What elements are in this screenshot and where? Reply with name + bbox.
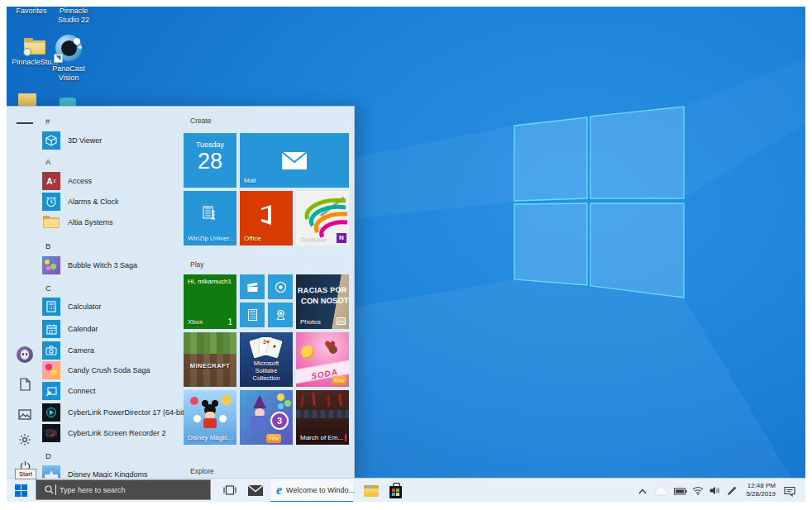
mail-envelope-icon xyxy=(248,485,263,496)
store-bag-icon xyxy=(389,486,402,498)
folder-icon xyxy=(42,213,60,231)
candy-crush-icon xyxy=(42,361,60,379)
start-tooltip: Start xyxy=(15,469,36,479)
screen-recorder-icon xyxy=(42,424,60,442)
windows-desktop: Favorites Pinnacle Studio 22 PinnacleStu… xyxy=(7,7,805,502)
applist-section-hash[interactable]: # xyxy=(45,116,70,127)
tile-bubble-witch-3[interactable]: 3 King xyxy=(240,390,293,445)
action-center-icon xyxy=(784,486,795,497)
tile-onenote[interactable]: OneNote N xyxy=(296,191,349,245)
shortcut-arrow-badge: ◥ xyxy=(54,54,63,63)
microsoft-store-button[interactable] xyxy=(387,481,404,501)
pictures-icon xyxy=(18,409,31,420)
powerdirector-icon xyxy=(42,403,60,422)
tile-groove-music[interactable] xyxy=(268,274,293,299)
cloud-icon xyxy=(654,487,668,496)
tile-winzip-universal[interactable]: WinZip Univer... xyxy=(184,191,236,245)
gear-icon xyxy=(18,433,31,446)
tile-office[interactable]: Office xyxy=(240,191,293,245)
windows-logo-icon xyxy=(15,484,27,497)
file-explorer-icon xyxy=(364,485,379,497)
tile-maps[interactable] xyxy=(268,303,293,327)
desktop-icon-pinnacle-studio-22[interactable]: Pinnacle Studio 22 xyxy=(50,7,98,25)
documents-button[interactable] xyxy=(17,376,33,393)
desktop-icon-partial[interactable] xyxy=(60,98,76,106)
taskbar-search[interactable] xyxy=(36,479,211,500)
settings-button[interactable] xyxy=(17,431,33,448)
task-view-icon xyxy=(223,484,236,496)
tile-movies-tv[interactable] xyxy=(240,274,265,299)
applist-section-a[interactable]: A xyxy=(45,156,70,168)
task-view-button[interactable] xyxy=(222,483,238,498)
march-label-row: March of Em... xyxy=(300,434,346,441)
tile-minecraft[interactable]: MINECRAFT xyxy=(184,332,236,387)
clock-date: 5/28/2019 xyxy=(734,490,776,498)
search-input[interactable] xyxy=(58,485,193,495)
taskbar-task-edge[interactable]: e Welcome to Windo... xyxy=(270,479,353,502)
tile-candy-crush-soda[interactable]: ♥ SODA King xyxy=(296,332,349,387)
desktop-icon-panacast-vision[interactable]: ◥ PanaCast Vision xyxy=(46,35,91,53)
edge-icon: e xyxy=(276,484,282,497)
wifi-tray-button[interactable] xyxy=(691,485,705,496)
groove-music-icon xyxy=(275,281,287,293)
taskbar: e Welcome to Windo... xyxy=(7,478,805,502)
taskbar-clock[interactable]: 12:48 PM 5/28/2019 xyxy=(734,482,776,498)
tile-march-of-empires[interactable]: March of Em... xyxy=(296,390,349,445)
tile-calendar[interactable]: Tuesday 28 xyxy=(184,133,236,188)
volume-tray-button[interactable] xyxy=(709,485,721,496)
desktop-icon-partial-folder[interactable] xyxy=(18,93,36,106)
calculator-icon xyxy=(248,309,257,321)
march-of-empires-badge-icon xyxy=(345,434,346,441)
group-label-explore[interactable]: Explore xyxy=(190,467,214,475)
connect-icon xyxy=(42,382,60,400)
user-account-button[interactable] xyxy=(17,346,33,363)
bubble-witch-icon xyxy=(42,256,60,274)
applist-section-c[interactable]: C xyxy=(45,283,70,294)
action-center-button[interactable] xyxy=(782,485,796,497)
text-caret xyxy=(55,484,56,495)
playing-cards-art: 3♥ ♠ xyxy=(251,336,281,361)
start-button[interactable] xyxy=(15,484,27,497)
calendar-icon xyxy=(42,320,60,338)
group-label-play[interactable]: Play xyxy=(190,260,204,269)
document-icon xyxy=(20,378,31,391)
access-icon: A≡ xyxy=(42,172,60,190)
expand-menu-button[interactable] xyxy=(17,115,33,131)
applist-section-b[interactable]: B xyxy=(45,241,70,252)
clock-time: 12:48 PM xyxy=(734,482,776,490)
show-hidden-icons-button[interactable] xyxy=(637,487,648,495)
taskbar-mail-button[interactable] xyxy=(246,484,265,497)
onenote-badge: N xyxy=(337,233,346,243)
movies-tv-icon xyxy=(246,282,259,293)
minecraft-dirt-art xyxy=(184,354,236,387)
tile-calculator-small[interactable] xyxy=(240,303,265,327)
chevron-up-icon xyxy=(638,489,647,494)
photo-icon xyxy=(337,317,346,325)
3d-viewer-icon xyxy=(42,131,60,150)
start-menu: # 3D Viewer A A≡ Access Alarms & Clock A… xyxy=(7,106,355,479)
minecraft-grass-art xyxy=(184,332,236,354)
battery-icon xyxy=(674,488,687,495)
search-icon xyxy=(45,485,54,494)
camera-icon xyxy=(42,341,60,360)
xbox-badge: 1 xyxy=(227,317,232,326)
alarm-clock-icon xyxy=(42,193,60,211)
user-avatar xyxy=(17,346,33,363)
pictures-button[interactable] xyxy=(17,406,33,422)
tile-disney-magic-kingdoms[interactable]: Disney Magic... xyxy=(184,390,236,445)
battery-tray-button[interactable] xyxy=(673,487,687,495)
tile-xbox[interactable]: Hi, mikamuch1 Xbox 1 xyxy=(184,274,236,329)
calculator-icon xyxy=(42,298,60,316)
tile-mail[interactable]: Mail xyxy=(240,133,349,188)
group-label-create[interactable]: Create xyxy=(190,117,212,125)
tile-solitaire[interactable]: 3♥ ♠ Microsoft Solitaire Collection xyxy=(240,332,293,387)
maps-icon xyxy=(275,309,286,322)
desktop-icon-favorites[interactable]: Favorites xyxy=(8,7,55,16)
king-badge: King xyxy=(332,376,346,385)
speaker-icon xyxy=(709,486,720,495)
applist-section-d[interactable]: D xyxy=(45,450,70,462)
file-explorer-button[interactable] xyxy=(362,484,380,498)
panacast-eye-icon: ◥ xyxy=(55,35,82,61)
tile-photos[interactable]: RACIAS POR V CON NOSOTR Photos xyxy=(296,274,349,329)
onedrive-tray-button[interactable] xyxy=(653,486,668,496)
